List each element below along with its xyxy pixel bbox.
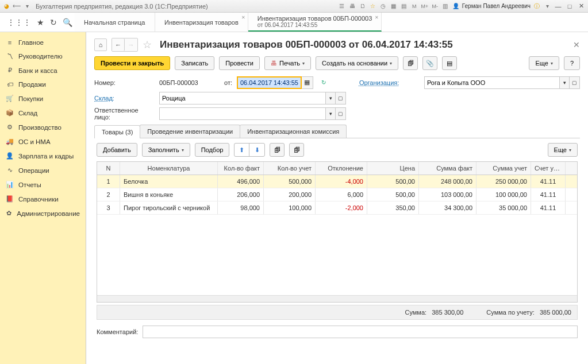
tb-m[interactable]: M: [410, 2, 418, 10]
sidebar-item[interactable]: 👤Зарплата и кадры: [0, 149, 86, 163]
sidebar-item[interactable]: 📊Отчеты: [0, 177, 86, 192]
tb-icon-1[interactable]: ☰: [338, 2, 346, 10]
tb-icon-cal[interactable]: ▤: [400, 2, 408, 10]
post-button[interactable]: Провести: [219, 56, 260, 70]
org-dd-icon[interactable]: ▾: [559, 76, 570, 89]
table-row[interactable]: 2 Вишня в коньяке 206,000 200,000 6,000 …: [97, 188, 577, 202]
save-button[interactable]: Записать: [175, 56, 214, 70]
tab-process[interactable]: Проведение инвентаризации: [140, 125, 240, 138]
tb-icon-fav[interactable]: ☆: [369, 2, 377, 10]
sidebar-item[interactable]: 📕Справочники: [0, 192, 86, 206]
help-button[interactable]: ?: [564, 56, 580, 70]
comment-input[interactable]: [143, 326, 578, 338]
sidebar-item[interactable]: 🚚ОС и НМА: [0, 134, 86, 149]
tb-mminus[interactable]: M-: [431, 2, 439, 10]
date-input[interactable]: 06.04.2017 14:43:55: [237, 76, 302, 89]
sidebar-item-icon: ⚙: [6, 123, 14, 131]
sidebar-item[interactable]: ₽Банк и касса: [0, 63, 86, 78]
h-scrollbar[interactable]: [97, 295, 577, 302]
close-doc-button[interactable]: ✕: [573, 40, 580, 49]
move-down-button[interactable]: ⬇: [249, 144, 264, 156]
window-max[interactable]: □: [565, 2, 574, 10]
th-price[interactable]: Цена: [367, 162, 419, 175]
window-close[interactable]: ✕: [577, 2, 586, 10]
org-label[interactable]: Организация:: [359, 79, 420, 86]
info-icon[interactable]: ⓘ: [533, 2, 541, 10]
tb-icon-calc[interactable]: ▦: [390, 2, 398, 10]
select-button[interactable]: Подбор: [195, 143, 230, 157]
apps-icon[interactable]: ⋮⋮⋮: [7, 18, 31, 27]
favorite-icon[interactable]: ☆: [143, 38, 152, 51]
tab-inventory-doc[interactable]: Инвентаризация товаров 00БП-000003 от 06…: [248, 13, 382, 32]
sidebar-item[interactable]: ≡Главное: [0, 36, 86, 49]
sidebar-item[interactable]: ⚙Производство: [0, 120, 86, 134]
create-based-button[interactable]: Создать на основании▾: [316, 56, 398, 70]
nav-back-icon[interactable]: ⟵: [13, 2, 21, 10]
tab-inventory-list[interactable]: Инвентаризация товаров✕: [155, 13, 248, 32]
wh-open-icon[interactable]: ▢: [336, 92, 346, 104]
org-input[interactable]: [424, 76, 559, 89]
ref-icon[interactable]: ↻: [321, 79, 326, 86]
warehouse-input[interactable]: [159, 92, 325, 104]
responsible-input[interactable]: [159, 107, 325, 120]
sidebar-item[interactable]: 🏷Продажи: [0, 78, 86, 91]
sidebar-item[interactable]: 🛒Покупки: [0, 91, 86, 106]
tb-mplus[interactable]: M+: [421, 2, 429, 10]
tab2-close-icon[interactable]: ✕: [375, 15, 379, 20]
post-and-close-button[interactable]: Провести и закрыть: [94, 56, 170, 70]
tab-home[interactable]: Начальная страница: [75, 13, 155, 32]
resp-open-icon[interactable]: ▢: [336, 107, 346, 120]
th-sfact[interactable]: Сумма факт: [419, 162, 476, 175]
sidebar-item[interactable]: 〽Руководителю: [0, 49, 86, 63]
sidebar-item[interactable]: ∿Операции: [0, 163, 86, 177]
tab-commission[interactable]: Инвентаризационная комиссия: [240, 125, 347, 138]
search-icon[interactable]: 🔍: [63, 18, 72, 27]
tb-grid-icon[interactable]: ▥: [441, 2, 449, 10]
fill-button[interactable]: Заполнить▾: [142, 143, 190, 157]
warehouse-label[interactable]: Склад:: [94, 95, 155, 102]
wh-dd-icon[interactable]: ▾: [325, 92, 336, 104]
home-button[interactable]: ⌂: [94, 38, 107, 51]
cell-dev: -4,000: [316, 175, 367, 188]
cell-sfact: 248 000,00: [419, 175, 476, 188]
user-icon[interactable]: 👤: [452, 2, 460, 10]
tab1-close-icon[interactable]: ✕: [241, 15, 245, 20]
tab-goods[interactable]: Товары (3): [94, 125, 140, 138]
user-name[interactable]: Герман Павел Андреевич: [462, 3, 531, 9]
tb-icon1-button[interactable]: 🗐: [403, 56, 418, 70]
paste-button[interactable]: 🗐: [289, 143, 304, 157]
sidebar-item-label: Операции: [18, 167, 49, 174]
th-dev[interactable]: Отклонение: [316, 162, 367, 175]
th-nom[interactable]: Номенклатура: [120, 162, 218, 175]
attach-button[interactable]: 📎: [422, 56, 437, 70]
org-open-icon[interactable]: ▢: [570, 76, 580, 89]
tb-icon-doc[interactable]: 🗋: [359, 2, 367, 10]
resp-dd-icon[interactable]: ▾: [325, 107, 336, 120]
window-min[interactable]: —: [554, 2, 563, 10]
th-suchet[interactable]: Сумма учет: [476, 162, 531, 175]
move-up-button[interactable]: ⬆: [235, 144, 249, 156]
nav-back-button[interactable]: ←: [112, 38, 125, 51]
th-acct[interactable]: Счет учета: [531, 162, 566, 175]
tb-icon3-button[interactable]: ▤: [442, 56, 457, 70]
copy-button[interactable]: 🗐: [270, 143, 285, 157]
add-row-button[interactable]: Добавить: [97, 143, 137, 157]
more-button[interactable]: Еще▾: [529, 56, 559, 70]
sidebar-item[interactable]: 📦Склад: [0, 106, 86, 120]
history-icon[interactable]: ↻: [50, 18, 57, 27]
th-n[interactable]: N: [97, 162, 120, 175]
star-icon[interactable]: ★: [37, 18, 44, 27]
tb-icon-print[interactable]: 🖶: [348, 2, 356, 10]
th-fact[interactable]: Кол-во факт: [218, 162, 264, 175]
dropdown-icon[interactable]: ▾: [23, 2, 31, 10]
table-more-button[interactable]: Еще▾: [548, 143, 578, 157]
th-uchet[interactable]: Кол-во учет: [264, 162, 316, 175]
table-row[interactable]: 3 Пирог тирольский с черникой 98,000 100…: [97, 202, 577, 215]
print-button[interactable]: 🖶Печать▾: [264, 56, 311, 70]
sidebar-item[interactable]: ✿Администрирование: [0, 206, 86, 220]
dd2-icon[interactable]: ▾: [543, 2, 551, 10]
table-row[interactable]: 1 Белочка 496,000 500,000 -4,000 500,00 …: [97, 175, 577, 188]
calendar-icon[interactable]: ▦: [302, 76, 313, 89]
tb-icon-clock[interactable]: ◷: [379, 2, 387, 10]
tab1-label: Инвентаризация товаров: [164, 19, 239, 26]
